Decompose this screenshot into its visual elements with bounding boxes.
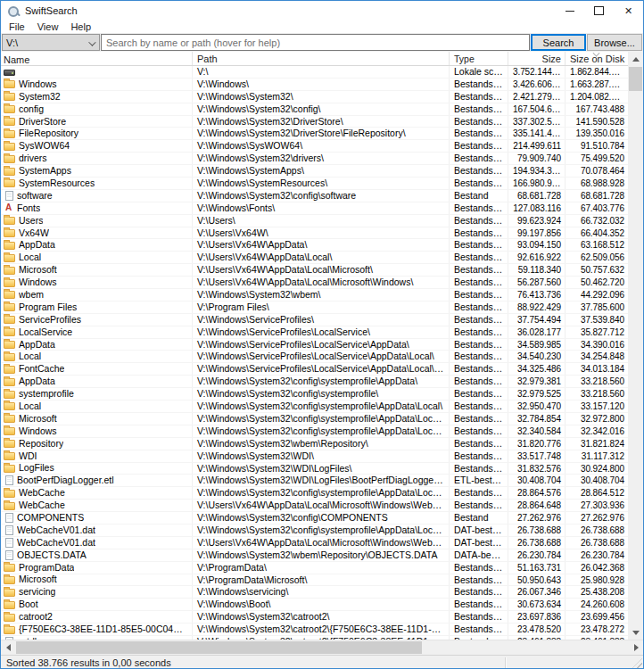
table-row[interactable]: V:\ Lokale schijf 3.752.144.259 1.862.84… <box>1 66 628 78</box>
table-row[interactable]: wbem V:\Windows\System32\wbem\ Bestandsm… <box>1 289 628 301</box>
table-row[interactable]: Program Files V:\Program Files\ Bestands… <box>1 301 628 314</box>
row-path-cell: V:\Windows\System32\config\software <box>193 190 450 202</box>
vertical-scrollbar[interactable] <box>628 52 643 640</box>
table-row[interactable]: Microsoft V:\Windows\System32\config\sys… <box>1 413 628 425</box>
table-row[interactable]: Repository V:\Windows\System32\wbem\Repo… <box>1 438 628 450</box>
table-row[interactable]: Vx64W V:\Users\Vx64W\ Bestandsmap 99.197… <box>1 227 628 240</box>
vertical-scrollbar-thumb[interactable] <box>629 67 642 91</box>
table-row[interactable]: FontCache V:\Windows\ServiceProfiles\Loc… <box>1 363 628 376</box>
table-row[interactable]: ServiceProfiles V:\Windows\ServiceProfil… <box>1 314 628 326</box>
table-row[interactable]: OBJECTS.DATA V:\Windows\System32\wbem\Re… <box>1 549 628 562</box>
table-row[interactable]: COMPONENTS V:\Windows\System32\config\CO… <box>1 512 628 524</box>
row-size-on-disk-cell: 167.743.488 <box>566 103 628 115</box>
scroll-left-arrow-icon[interactable] <box>1 640 15 655</box>
table-row[interactable]: ProgramData V:\ProgramData\ Bestandsmap … <box>1 562 628 574</box>
table-row[interactable]: LocalService V:\Windows\ServiceProfiles\… <box>1 326 628 339</box>
table-row[interactable]: catroot2 V:\Windows\System32\catroot2\ B… <box>1 611 628 624</box>
table-row[interactable]: SysWOW64 V:\Windows\SysWOW64\ Bestandsma… <box>1 140 628 153</box>
table-row[interactable]: Windows V:\Windows\ Bestandsmap 3.426.60… <box>1 78 628 91</box>
menu-view[interactable]: View <box>31 21 65 33</box>
browse-button[interactable]: Browse... <box>587 34 642 51</box>
table-row[interactable]: WDI V:\Windows\System32\WDI\ Bestandsmap… <box>1 450 628 463</box>
row-path-cell: V:\Program Files\ <box>193 301 450 313</box>
column-header-size[interactable]: Size <box>508 52 566 65</box>
row-type-cell: DATA-bestand <box>450 549 508 561</box>
table-row[interactable]: systemprofile V:\Windows\System32\config… <box>1 388 628 401</box>
menu-help[interactable]: Help <box>64 21 97 33</box>
row-type-cell: Bestandsmap <box>450 239 508 251</box>
table-row[interactable]: {F750E6C3-38EE-11D1-85E5-00C04FC295EE} V… <box>1 624 628 636</box>
table-row[interactable]: Boot V:\Windows\Boot\ Bestandsmap 30.673… <box>1 599 628 611</box>
table-row[interactable]: Local V:\Windows\System32\config\systemp… <box>1 401 628 413</box>
row-type-cell: Bestandsmap <box>450 339 508 351</box>
menu-file[interactable]: File <box>3 21 31 33</box>
table-row[interactable]: WebCacheV01.dat V:\Users\Vx64W\AppData\L… <box>1 537 628 549</box>
folder-icon <box>4 254 15 262</box>
table-row[interactable]: LogFiles V:\Windows\System32\WDI\LogFile… <box>1 463 628 475</box>
table-row[interactable]: Microsoft V:\ProgramData\Microsoft\ Best… <box>1 574 628 587</box>
row-size-cell: 30.408.704 <box>508 475 566 486</box>
table-row[interactable]: Microsoft V:\Users\Vx64W\AppData\Local\M… <box>1 264 628 277</box>
table-row[interactable]: AppData V:\Windows\ServiceProfiles\Local… <box>1 339 628 351</box>
column-header-type[interactable]: Type <box>450 52 508 65</box>
table-row[interactable]: servicing V:\Windows\servicing\ Bestands… <box>1 586 628 599</box>
minimize-button[interactable] <box>555 1 584 21</box>
row-size-cell: 31.820.776 <box>508 438 566 450</box>
row-size-on-disk-cell: 1.204.082.688 <box>566 91 628 103</box>
column-header-size-on-disk[interactable]: Size on Disk <box>566 52 628 65</box>
row-name-cell: Windows <box>1 78 193 90</box>
table-row[interactable]: SystemApps V:\Windows\SystemApps\ Bestan… <box>1 165 628 178</box>
table-row[interactable]: Users V:\Users\ Bestandsmap 99.623.924 6… <box>1 215 628 227</box>
row-path-cell: V:\Windows\System32\config\systemprofile… <box>193 413 450 425</box>
folder-icon <box>4 168 15 176</box>
table-row[interactable]: AppData V:\Windows\System32\config\syste… <box>1 376 628 388</box>
table-row[interactable]: WebCacheV01.dat V:\Windows\System32\conf… <box>1 524 628 537</box>
drive-select[interactable]: V:\ <box>2 34 100 51</box>
search-button[interactable]: Search <box>531 34 586 51</box>
table-row[interactable]: Local V:\Users\Vx64W\AppData\Local\ Best… <box>1 252 628 264</box>
scroll-right-arrow-icon[interactable] <box>629 640 643 655</box>
table-row[interactable]: Local V:\Windows\ServiceProfiles\LocalSe… <box>1 351 628 363</box>
table-row[interactable]: BootPerfDiagLogger.etl V:\Windows\System… <box>1 475 628 487</box>
folder-icon <box>4 589 15 597</box>
table-row[interactable]: WebCache V:\Users\Vx64W\AppData\Local\Mi… <box>1 500 628 512</box>
search-input[interactable] <box>101 34 530 51</box>
row-size-on-disk-cell: 26.738.688 <box>566 537 628 549</box>
table-row[interactable]: drivers V:\Windows\System32\drivers\ Bes… <box>1 153 628 165</box>
table-row[interactable]: FileRepository V:\Windows\System32\Drive… <box>1 128 628 140</box>
row-name-cell: WDI <box>1 450 193 462</box>
row-name-cell: WebCache <box>1 500 193 511</box>
table-row[interactable]: software V:\Windows\System32\config\soft… <box>1 190 628 202</box>
column-header-name[interactable]: Name <box>1 52 193 65</box>
table-row[interactable]: DriverStore V:\Windows\System32\DriverSt… <box>1 116 628 128</box>
row-size-on-disk-cell: 34.390.016 <box>566 339 628 351</box>
scroll-down-arrow-icon[interactable] <box>628 625 643 640</box>
table-row[interactable]: Fonts V:\Windows\Fonts\ Bestandsmap 127.… <box>1 202 628 215</box>
row-size-on-disk-cell: 26.738.688 <box>566 524 628 536</box>
table-row[interactable]: Windows V:\Users\Vx64W\AppData\Local\Mic… <box>1 277 628 289</box>
close-button[interactable]: ✕ <box>614 1 643 21</box>
folder-icon <box>4 402 15 410</box>
row-path-cell: V:\Users\Vx64W\AppData\Local\Microsoft\ <box>193 264 450 276</box>
table-row[interactable]: config V:\Windows\System32\config\ Besta… <box>1 103 628 116</box>
row-type-cell: Bestandsmap <box>450 463 508 475</box>
horizontal-scrollbar-thumb[interactable] <box>16 641 422 654</box>
row-type-cell: DAT-bestand <box>450 524 508 536</box>
row-size-cell: 167.504.677 <box>508 103 566 115</box>
table-row[interactable]: AppData V:\Users\Vx64W\AppData\ Bestands… <box>1 239 628 252</box>
horizontal-scrollbar[interactable] <box>1 640 643 655</box>
table-row[interactable]: WebCache V:\Windows\System32\config\syst… <box>1 487 628 500</box>
row-path-cell: V:\Windows\SystemApps\ <box>193 165 450 177</box>
row-type-cell: ETL-bestand <box>450 475 508 486</box>
file-icon <box>5 513 13 523</box>
table-row[interactable]: System32 V:\Windows\System32\ Bestandsma… <box>1 91 628 103</box>
file-icon <box>5 550 13 560</box>
maximize-button[interactable] <box>584 1 614 21</box>
table-row[interactable]: Windows V:\Windows\System32\config\syste… <box>1 425 628 438</box>
row-size-cell: 26.738.688 <box>508 537 566 549</box>
row-size-cell: 166.980.982 <box>508 178 566 189</box>
table-row[interactable]: SystemResources V:\Windows\SystemResourc… <box>1 178 628 190</box>
column-header-path[interactable]: Path <box>193 52 450 65</box>
resize-grip-icon[interactable] <box>632 658 642 669</box>
scroll-up-arrow-icon[interactable] <box>628 52 643 66</box>
